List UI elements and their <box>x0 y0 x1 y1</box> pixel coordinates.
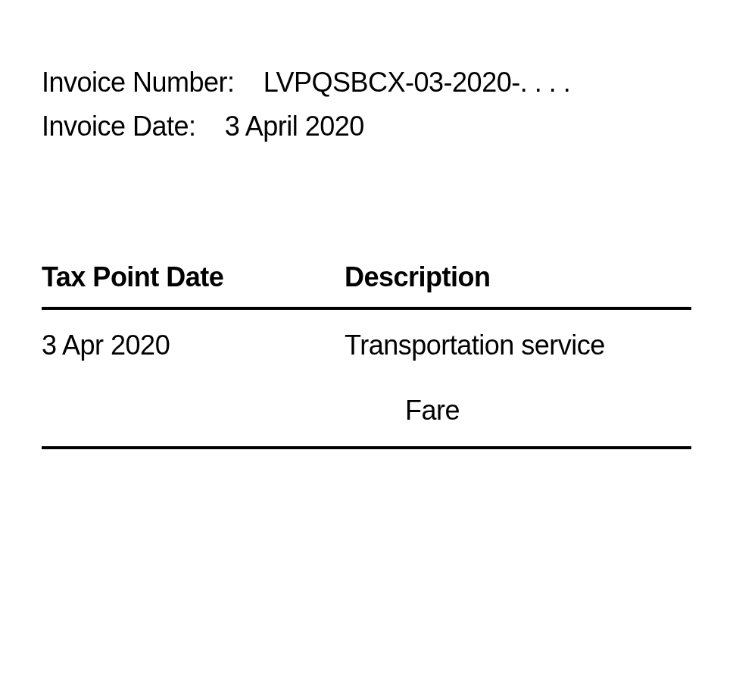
header-tax-point-date: Tax Point Date <box>42 261 345 293</box>
table-body: 3 Apr 2020 Transportation service Fare <box>42 310 691 449</box>
invoice-date-label: Invoice Date: <box>42 111 196 142</box>
line-items-table: Tax Point Date Description 3 Apr 2020 Tr… <box>42 261 691 449</box>
table-header-row: Tax Point Date Description <box>42 261 691 310</box>
cell-tax-point-date: 3 Apr 2020 <box>42 330 345 427</box>
invoice-number-label: Invoice Number: <box>42 67 235 98</box>
description-main: Transportation service <box>345 330 691 361</box>
description-sub: Fare <box>345 395 691 427</box>
table-row: 3 Apr 2020 Transportation service Fare <box>42 310 691 446</box>
invoice-date-value: 3 April 2020 <box>225 111 364 142</box>
cell-description: Transportation service Fare <box>345 330 691 427</box>
invoice-meta-block: Invoice Number: LVPQSBCX-03-2020-. . . .… <box>42 61 691 148</box>
invoice-number-value: LVPQSBCX-03-2020-. . . . <box>264 67 571 98</box>
invoice-date-line: Invoice Date: 3 April 2020 <box>42 105 691 148</box>
invoice-number-line: Invoice Number: LVPQSBCX-03-2020-. . . . <box>42 61 691 105</box>
header-description: Description <box>345 261 691 293</box>
